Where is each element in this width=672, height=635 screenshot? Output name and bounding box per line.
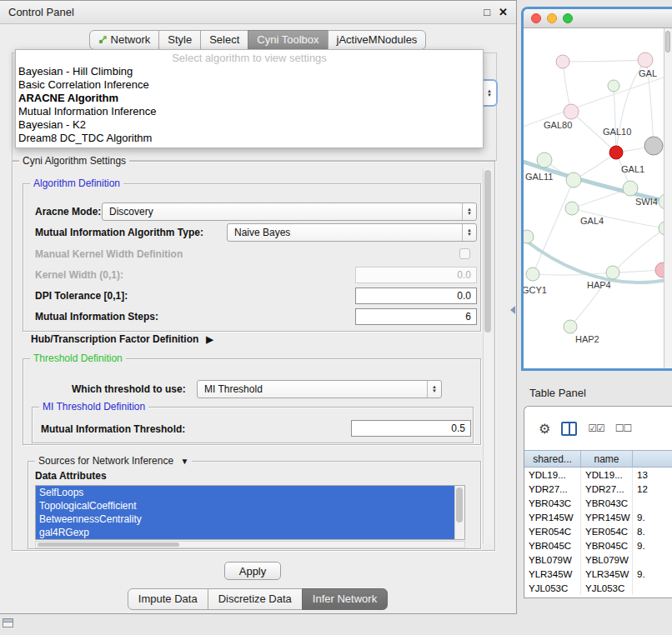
network-node[interactable] <box>608 80 619 92</box>
network-canvas[interactable]: GALGAL80GAL10GAL11GAL1SWI4GAL4GCY1HAP4HA… <box>524 28 672 368</box>
deselect-all-icon[interactable]: ☐☐ <box>615 422 632 434</box>
mi-steps-field[interactable]: 6 <box>355 308 477 325</box>
algorithm-option-dream8-dc-tdc-algorithm[interactable]: Dream8 DC_TDC Algorithm <box>16 132 483 145</box>
table-row[interactable]: YJL053CYJL053C <box>524 581 672 595</box>
attribute-item-topologicalcoefficient[interactable]: TopologicalCoefficient <box>36 499 455 512</box>
sources-title-text: Sources for Network Inference <box>38 455 173 467</box>
algorithm-option-basic-correlation-inference[interactable]: Basic Correlation Inference <box>16 78 483 92</box>
network-node-gcy1[interactable] <box>526 268 539 281</box>
which-threshold-select[interactable]: MI Threshold ▲▼ <box>197 380 442 398</box>
combo-stepper-icon: ▲▼ <box>487 89 492 98</box>
hub-transcription-factor-section[interactable]: Hub/Transcription Factor Definition ▶ <box>31 333 213 345</box>
table-body: YDL19...YDL19...13YDR27...YDR27...12YBR0… <box>524 468 672 595</box>
splitter-collapse-arrow[interactable] <box>510 306 515 314</box>
table-cell <box>633 496 671 510</box>
table-cell: YDL19... <box>581 468 633 482</box>
attribute-item-selfloops[interactable]: SelfLoops <box>36 486 455 499</box>
sources-group-title[interactable]: Sources for Network Inference ▼ <box>35 455 192 467</box>
float-panel-icon[interactable]: □ <box>484 6 490 18</box>
network-node[interactable] <box>556 55 569 68</box>
manual-kernel-checkbox[interactable] <box>459 248 470 259</box>
table-cell: YPR145W <box>524 510 581 524</box>
table-row[interactable]: YLR345WYLR345W9. <box>524 567 672 581</box>
mi-threshold-field[interactable]: 0.5 <box>351 420 471 437</box>
combo-value: Discovery <box>109 206 462 218</box>
network-node-gal[interactable] <box>638 52 653 68</box>
table-cell: YLR345W <box>524 567 581 581</box>
algorithm-option-bayesian-hill-climbing[interactable]: Bayesian - Hill Climbing <box>16 65 483 78</box>
table-row[interactable]: YBR045CYBR045C9. <box>524 538 672 552</box>
algorithm-definition-title: Algorithm Definition <box>30 178 123 189</box>
column-header-col-2[interactable] <box>633 451 671 467</box>
network-node-hap2[interactable] <box>564 320 577 333</box>
attributes-list-items: SelfLoopsTopologicalCoefficientBetweenne… <box>36 486 455 539</box>
close-button[interactable] <box>531 13 541 23</box>
table-row[interactable]: YDR27...YDR27...12 <box>524 482 672 496</box>
table-row[interactable]: YDL19...YDL19...13 <box>524 468 672 482</box>
column-header-name[interactable]: name <box>581 451 633 467</box>
combo-stepper-icon: ▲▼ <box>462 224 476 241</box>
scrollbar-thumb[interactable] <box>38 542 179 547</box>
settings-vertical-scrollbar[interactable] <box>483 168 493 543</box>
field-value: 0.0 <box>457 269 471 281</box>
algorithm-option-bayesian-k2[interactable]: Bayesian - K2 <box>16 118 483 132</box>
network-node[interactable] <box>644 137 663 155</box>
network-node[interactable] <box>566 172 581 188</box>
apply-button[interactable]: Apply <box>224 562 281 580</box>
scrollbar-thumb[interactable] <box>456 488 463 522</box>
network-node-gal4[interactable] <box>565 202 579 215</box>
columns-icon[interactable] <box>561 422 577 436</box>
node-label-gal11: GAL11 <box>525 172 553 182</box>
tab-label: Style <box>168 33 192 46</box>
network-node-gal1[interactable] <box>623 181 638 196</box>
gear-icon[interactable]: ⚙ <box>539 421 550 437</box>
dpi-tolerance-field[interactable]: 0.0 <box>355 288 477 304</box>
table-row[interactable]: YER054CYER054C8. <box>524 524 672 538</box>
tab-jactivemnodules[interactable]: jActiveMNodules <box>328 30 427 50</box>
network-node-gal11[interactable] <box>537 152 552 168</box>
select-all-icon[interactable]: ☑☑ <box>588 422 604 434</box>
kernel-width-field[interactable]: 0.0 <box>355 267 477 283</box>
tab-discretize-data[interactable]: Discretize Data <box>208 588 303 610</box>
tab-style[interactable]: Style <box>158 30 201 50</box>
column-header-shared[interactable]: shared... <box>524 451 581 467</box>
threshold-definition-title: Threshold Definition <box>30 352 126 364</box>
table-cell: YER054C <box>581 524 633 538</box>
table-cell: YBR043C <box>581 496 633 510</box>
tab-impute-data[interactable]: Impute Data <box>128 588 208 610</box>
table-row[interactable]: YBL079WYBL079W <box>524 552 672 567</box>
table-toolbar: ⚙ ☑☑ ☐☐ <box>524 407 672 450</box>
combo-value: MI Threshold <box>204 383 427 395</box>
zoom-button[interactable] <box>563 13 573 23</box>
tab-network[interactable]: Network <box>89 30 160 50</box>
table-panel-title: Table Panel <box>529 387 586 399</box>
attribute-item-betweennesscentrality[interactable]: BetweennessCentrality <box>36 512 455 526</box>
tab-infer-network[interactable]: Infer Network <box>302 588 388 610</box>
attribute-item-gal4rgexp[interactable]: gal4RGexp <box>36 526 455 539</box>
close-icon[interactable]: ✕ <box>499 6 508 18</box>
tab-select[interactable]: Select <box>200 30 248 50</box>
scrollbar-thumb[interactable] <box>665 31 670 52</box>
algorithm-option-aracne-algorithm[interactable]: ARACNE Algorithm <box>16 92 483 105</box>
tab-cyni-toolbox[interactable]: Cyni Toolbox <box>248 30 328 50</box>
network-node-gal10[interactable] <box>609 146 623 159</box>
attributes-vertical-scrollbar[interactable] <box>454 486 464 539</box>
network-vertical-scrollbar[interactable] <box>664 28 672 368</box>
network-node-hap4[interactable] <box>606 266 619 279</box>
table-cell: YDL19... <box>524 468 581 482</box>
aracne-mode-select[interactable]: Discovery ▲▼ <box>102 202 477 221</box>
network-view-window: GALGAL80GAL10GAL11GAL1SWI4GAL4GCY1HAP4HA… <box>521 7 672 371</box>
scrollbar-thumb[interactable] <box>484 170 491 332</box>
minimize-button[interactable] <box>547 13 557 23</box>
network-node[interactable] <box>524 230 534 243</box>
mi-algorithm-type-select[interactable]: Naive Bayes ▲▼ <box>227 223 477 242</box>
table-row[interactable]: YBR043CYBR043C <box>524 496 672 510</box>
table-cell: YER054C <box>524 524 581 538</box>
screen: Control Panel □ ✕ NetworkStyleSelectCyni… <box>0 0 672 635</box>
attributes-horizontal-scrollbar[interactable] <box>35 541 465 548</box>
network-node-gal80[interactable] <box>564 104 579 119</box>
control-panel: Control Panel □ ✕ NetworkStyleSelectCyni… <box>0 0 517 614</box>
algorithm-option-mutual-information-inference[interactable]: Mutual Information Inference <box>16 105 483 118</box>
minimized-window-icon[interactable] <box>3 618 13 628</box>
table-row[interactable]: YPR145WYPR145W9. <box>524 510 672 524</box>
